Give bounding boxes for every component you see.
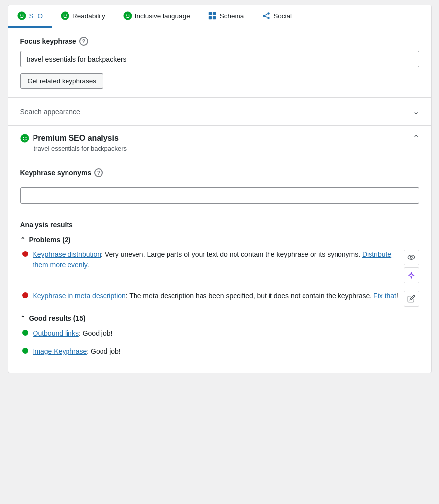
- smiley-icon-premium: [20, 134, 29, 143]
- svg-point-3: [61, 12, 69, 20]
- chevron-up-good-icon: ⌃: [20, 315, 25, 322]
- chevron-up-icon[interactable]: ⌃: [413, 133, 419, 143]
- svg-point-5: [66, 15, 67, 16]
- keyphrase-meta-link[interactable]: Keyphrase in meta description: [33, 292, 126, 300]
- analysis-results-title: Analysis results: [20, 221, 419, 229]
- svg-point-22: [410, 256, 412, 258]
- fix-that-link[interactable]: Fix that: [373, 292, 396, 300]
- premium-seo-subtitle: travel essentials for backpackers: [34, 145, 419, 152]
- svg-rect-9: [208, 12, 211, 15]
- svg-point-19: [23, 137, 24, 138]
- keyphrase-synonyms-section: Keyphrase synonyms ?: [8, 168, 431, 213]
- chevron-up-problems-icon: ⌃: [20, 236, 25, 243]
- keyphrase-synonyms-label: Keyphrase synonyms ?: [20, 168, 419, 177]
- svg-point-4: [63, 15, 64, 16]
- smiley-icon-inclusive: [123, 11, 132, 20]
- good-dot-1: [22, 330, 28, 336]
- problem-item-keyphrase-distribution: Keyphrase distribution: Very uneven. Lar…: [20, 250, 419, 283]
- good-item-image-keyphrase: Image Keyphrase: Good job!: [20, 346, 419, 357]
- problem-text-1: Keyphrase distribution: Very uneven. Lar…: [33, 250, 399, 270]
- svg-point-2: [22, 15, 23, 16]
- tab-social-label: Social: [273, 12, 292, 20]
- smiley-icon-seo: [17, 11, 26, 20]
- focus-keyphrase-help-icon[interactable]: ?: [79, 37, 88, 46]
- premium-seo-title: Premium SEO analysis: [33, 134, 119, 143]
- svg-point-18: [20, 134, 28, 142]
- good-results-label: Good results (15): [29, 315, 86, 322]
- premium-title-row: Premium SEO analysis: [20, 134, 119, 143]
- share-icon: [262, 11, 270, 20]
- tab-schema-label: Schema: [220, 12, 244, 20]
- focus-keyphrase-input[interactable]: [20, 51, 419, 67]
- good-text-2: Image Keyphrase: Good job!: [33, 346, 419, 357]
- focus-keyphrase-section: Focus keyphrase ? Get related keyphrases: [8, 28, 431, 98]
- problem-item-keyphrase-meta: Keyphrase in meta description: The meta …: [20, 291, 419, 307]
- tab-inclusive-language[interactable]: Inclusive language: [114, 5, 199, 28]
- tab-seo[interactable]: SEO: [8, 5, 52, 28]
- svg-point-13: [267, 12, 270, 15]
- problem-dot-1: [22, 251, 28, 257]
- schema-icon: [208, 11, 217, 20]
- svg-rect-12: [213, 16, 216, 19]
- problem-actions-1: [404, 250, 419, 283]
- tab-readability-label: Readability: [72, 12, 105, 20]
- chevron-down-icon: ⌄: [413, 107, 419, 116]
- problem-text-2: Keyphrase in meta description: The meta …: [33, 291, 399, 301]
- premium-seo-section: Premium SEO analysis ⌃ travel essentials…: [8, 126, 431, 168]
- tab-social[interactable]: Social: [253, 5, 301, 28]
- problems-label: Problems (2): [29, 236, 71, 244]
- keyphrase-synonyms-input[interactable]: [20, 187, 419, 204]
- eye-button-1[interactable]: [404, 250, 419, 265]
- good-dot-2: [22, 348, 28, 354]
- tab-readability[interactable]: Readability: [52, 5, 114, 28]
- focus-keyphrase-label: Focus keyphrase ?: [20, 37, 419, 46]
- search-appearance-label: Search appearance: [20, 108, 80, 116]
- problems-group-header[interactable]: ⌃ Problems (2): [20, 236, 419, 244]
- keyphrase-distribution-link[interactable]: Keyphrase distribution: [33, 251, 101, 258]
- svg-point-15: [267, 17, 270, 19]
- synonyms-help-icon[interactable]: ?: [94, 168, 103, 177]
- tab-inclusive-label: Inclusive language: [135, 12, 190, 20]
- search-appearance-row[interactable]: Search appearance ⌄: [8, 98, 431, 126]
- svg-point-8: [128, 15, 129, 16]
- svg-rect-11: [208, 16, 211, 19]
- svg-point-20: [25, 137, 26, 138]
- tab-seo-label: SEO: [29, 12, 43, 20]
- svg-point-6: [124, 12, 132, 20]
- svg-point-7: [126, 15, 127, 16]
- seo-panel: SEO Readability: [8, 5, 432, 373]
- analysis-results-section: Analysis results ⌃ Problems (2) Keyphras…: [8, 213, 431, 373]
- svg-point-0: [17, 12, 25, 20]
- good-results-group-header[interactable]: ⌃ Good results (15): [20, 315, 419, 322]
- good-item-outbound-links: Outbound links: Good job!: [20, 328, 419, 339]
- svg-point-14: [263, 15, 265, 17]
- svg-line-16: [265, 14, 268, 15]
- problem-actions-2: [404, 291, 419, 307]
- good-text-1: Outbound links: Good job!: [33, 328, 419, 339]
- outbound-links-link[interactable]: Outbound links: [33, 329, 79, 337]
- svg-rect-10: [213, 12, 216, 15]
- svg-point-1: [20, 15, 21, 16]
- premium-seo-header: Premium SEO analysis ⌃: [20, 133, 419, 143]
- problem-dot-2: [22, 292, 28, 298]
- smiley-icon-readability: [61, 11, 69, 20]
- svg-line-17: [265, 16, 268, 18]
- get-related-keyphrases-button[interactable]: Get related keyphrases: [20, 73, 104, 89]
- svg-point-21: [408, 255, 414, 260]
- sparkle-button-1[interactable]: [404, 267, 419, 283]
- image-keyphrase-link[interactable]: Image Keyphrase: [33, 347, 87, 355]
- edit-button-2[interactable]: [404, 291, 419, 307]
- tab-bar: SEO Readability: [8, 5, 431, 28]
- tab-schema[interactable]: Schema: [199, 5, 253, 28]
